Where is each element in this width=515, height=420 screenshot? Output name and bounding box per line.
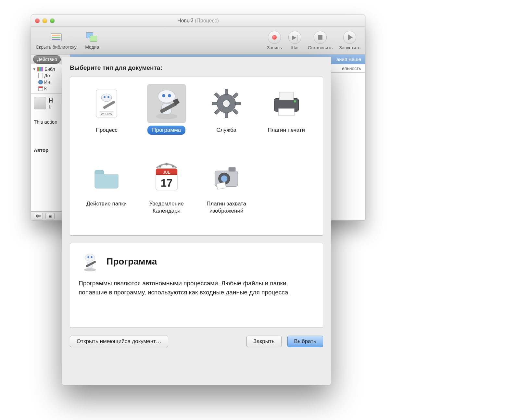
play-icon: [348, 34, 353, 40]
option-service-label: Служба: [212, 126, 241, 135]
svg-point-11: [168, 94, 171, 97]
toolbar: Скрыть библиотеку Медиа Запись ▶| Шаг Ос…: [31, 27, 365, 55]
close-window-icon[interactable]: [35, 19, 40, 23]
svg-point-33: [159, 166, 161, 168]
workflow-icon: WFLOW: [87, 84, 126, 123]
hide-library-label: Скрыть библиотеку: [36, 44, 77, 50]
library-root-label: Библ: [44, 67, 55, 72]
option-print-plugin-label: Плагин печати: [263, 126, 309, 135]
option-workflow-label: Процесс: [91, 126, 122, 135]
svg-point-15: [223, 100, 230, 107]
toggle-panel-button[interactable]: ▣: [45, 213, 55, 219]
svg-rect-25: [279, 92, 294, 100]
gear-icon: ✻▾: [36, 214, 41, 218]
svg-rect-16: [225, 89, 228, 94]
document-icon: [38, 73, 43, 78]
stop-button[interactable]: Остановить: [308, 31, 333, 50]
option-image-capture[interactable]: Плагин захвата изображений: [196, 158, 257, 228]
play-label: Запустить: [339, 45, 360, 50]
description-title: Программа: [107, 256, 157, 267]
option-calendar-alarm-label: Уведомление Календаря: [137, 199, 197, 216]
step-button[interactable]: ▶| Шаг: [288, 31, 301, 50]
svg-point-27: [294, 100, 296, 103]
library-books-icon: [37, 67, 43, 71]
sheet-buttons: Открыть имеющийся документ… Закрыть Выбр…: [70, 336, 323, 347]
camera-icon: [207, 158, 246, 197]
printer-icon: [267, 84, 306, 123]
globe-icon: [38, 80, 43, 84]
svg-point-10: [162, 94, 165, 97]
record-icon: [272, 35, 277, 40]
media-icon: [86, 32, 98, 42]
svg-rect-40: [217, 182, 226, 189]
hide-library-button[interactable]: Скрыть библиотеку: [36, 31, 77, 50]
gear-menu-button[interactable]: ✻▾: [34, 213, 43, 219]
svg-rect-19: [236, 102, 241, 105]
svg-text:JUL: JUL: [163, 170, 170, 175]
svg-point-34: [165, 163, 168, 166]
zoom-window-icon[interactable]: [50, 19, 55, 23]
library-icon: [51, 33, 62, 41]
svg-point-9: [158, 90, 175, 103]
description-box: Программа Программы являются автономными…: [70, 243, 323, 328]
svg-rect-20: [214, 93, 220, 98]
svg-rect-23: [214, 109, 220, 115]
font-icon: [34, 97, 46, 109]
calendar-icon: [38, 86, 43, 91]
svg-rect-21: [233, 109, 238, 115]
window-title-sub: (Процесс): [195, 18, 219, 23]
svg-point-43: [85, 254, 95, 261]
service-gear-icon: [207, 84, 246, 123]
record-label: Запись: [267, 45, 282, 50]
close-button[interactable]: Закрыть: [246, 336, 281, 347]
option-application[interactable]: Программа: [137, 84, 197, 154]
disclosure-triangle-icon[interactable]: ▼: [32, 67, 36, 71]
svg-text:17: 17: [160, 177, 172, 189]
record-button[interactable]: Запись: [267, 31, 282, 50]
svg-rect-17: [225, 113, 228, 118]
svg-rect-18: [212, 102, 217, 105]
play-button[interactable]: Запустить: [339, 31, 360, 50]
svg-rect-37: [229, 167, 236, 171]
option-calendar-alarm[interactable]: JUL 17 Уведомление Календаря: [137, 158, 197, 228]
option-folder-action-label: Действие папки: [82, 199, 131, 208]
svg-point-45: [91, 256, 93, 258]
svg-point-41: [84, 268, 96, 271]
stop-icon: [318, 35, 322, 40]
tab-actions[interactable]: Действия: [33, 55, 61, 64]
window-title-main: Новый: [177, 18, 193, 23]
choose-button[interactable]: Выбрать: [287, 336, 323, 347]
description-text: Программы являются автономными процессам…: [79, 279, 314, 297]
svg-point-39: [221, 176, 228, 182]
svg-point-2: [104, 96, 106, 98]
step-icon: ▶|: [292, 34, 298, 41]
stop-label: Остановить: [308, 45, 333, 50]
description-icon: [79, 250, 101, 273]
option-folder-action[interactable]: Действие папки: [77, 158, 137, 228]
minimize-window-icon[interactable]: [43, 19, 47, 23]
media-label: Медиа: [85, 44, 99, 50]
sheet-prompt: Выберите тип для документа:: [70, 64, 323, 71]
option-service[interactable]: Служба: [196, 84, 257, 154]
svg-point-3: [107, 96, 109, 98]
step-label: Шаг: [291, 45, 299, 50]
window-title: Новый (Процесс): [177, 18, 219, 24]
calendar-alarm-icon: JUL 17: [147, 158, 186, 197]
svg-rect-26: [279, 108, 294, 116]
option-image-capture-label: Плагин захвата изображений: [196, 199, 257, 216]
svg-point-1: [101, 94, 112, 102]
document-type-grid: WFLOW Процесс Программа: [70, 77, 323, 236]
option-workflow[interactable]: WFLOW Процесс: [77, 84, 137, 154]
panel-icon: ▣: [48, 214, 52, 218]
titlebar: Новый (Процесс): [31, 15, 365, 27]
document-type-sheet: Выберите тип для документа: WFLOW Процес…: [62, 57, 331, 385]
option-print-plugin[interactable]: Плагин печати: [257, 84, 317, 154]
svg-rect-22: [233, 93, 238, 98]
open-existing-button[interactable]: Открыть имеющийся документ…: [70, 336, 168, 347]
option-application-label: Программа: [147, 126, 185, 135]
folder-icon: [87, 158, 126, 197]
media-button[interactable]: Медиа: [85, 31, 99, 50]
application-icon: [147, 84, 186, 123]
traffic-lights: [35, 19, 55, 23]
svg-point-35: [172, 166, 174, 168]
